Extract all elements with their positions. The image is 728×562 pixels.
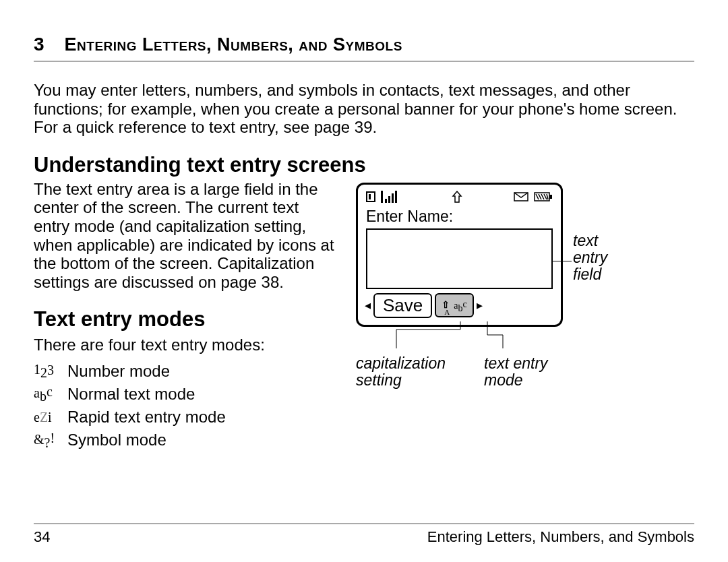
mode-label: Symbol mode	[67, 429, 166, 451]
digital-icon	[366, 191, 375, 205]
symbol-mode-icon: &?!	[34, 429, 62, 452]
svg-rect-6	[395, 191, 397, 203]
phone-frame: Enter Name: ◂ Save abc ▸	[356, 183, 563, 327]
normal-mode-icon: abc	[34, 382, 62, 406]
mode-list: 123 Number mode abc Normal text mode eZi…	[34, 360, 337, 452]
callout-text-entry-field: text entry field	[573, 232, 620, 284]
screen-title: Enter Name:	[363, 206, 555, 227]
mode-label: Normal text mode	[67, 383, 195, 406]
page-footer: 34 Entering Letters, Numbers, and Symbol…	[34, 523, 694, 546]
section-understanding-heading: Understanding text entry screens	[34, 153, 694, 177]
status-bar	[363, 190, 555, 206]
callout-text-entry-mode: text entry mode	[484, 355, 565, 389]
mode-label: Number mode	[67, 360, 170, 383]
section-modes-heading: Text entry modes	[34, 307, 337, 332]
abc-mode-icon: abc	[454, 300, 466, 313]
chapter-number: 3	[34, 34, 44, 55]
svg-rect-1	[369, 194, 371, 199]
mode-indicator: abc	[435, 293, 473, 317]
mode-item-symbol: &?! Symbol mode	[34, 429, 337, 452]
svg-rect-9	[549, 195, 552, 199]
battery-icon	[534, 192, 553, 204]
mode-label: Rapid text entry mode	[67, 406, 226, 429]
running-title: Entering Letters, Numbers, and Symbols	[427, 528, 694, 546]
mode-item-normal: abc Normal text mode	[34, 382, 337, 406]
section-understanding-body: The text entry area is a large field in …	[34, 180, 337, 292]
rapid-mode-icon: eZi	[34, 408, 62, 427]
phone-diagram: Enter Name: ◂ Save abc ▸ text entry fiel…	[351, 180, 694, 389]
number-mode-icon: 123	[34, 360, 62, 382]
save-button: Save	[373, 293, 432, 318]
text-entry-field	[366, 228, 553, 289]
intro-paragraph: You may enter letters, numbers, and symb…	[34, 81, 694, 137]
button-row: ◂ Save abc ▸	[363, 293, 555, 318]
chapter-header: 3 Entering Letters, Numbers, and Symbols	[34, 34, 694, 62]
callout-leader-field	[553, 261, 572, 263]
mode-item-rapid: eZi Rapid text entry mode	[34, 406, 337, 429]
svg-rect-4	[388, 196, 390, 203]
callout-capitalization: capitalization setting	[356, 355, 457, 389]
signal-icon	[381, 191, 400, 206]
modes-intro: There are four text entry modes:	[34, 336, 337, 354]
svg-rect-5	[392, 193, 394, 203]
page-number: 34	[34, 528, 50, 546]
right-arrow-icon: ▸	[477, 298, 483, 313]
left-arrow-icon: ◂	[365, 298, 371, 313]
svg-rect-3	[385, 199, 387, 203]
callout-leaders-bottom	[356, 327, 694, 354]
mode-item-number: 123 Number mode	[34, 360, 337, 383]
capitalization-icon	[442, 301, 452, 315]
up-arrow-icon	[452, 191, 462, 206]
message-icon	[514, 192, 528, 204]
svg-rect-2	[381, 191, 383, 203]
chapter-title: Entering Letters, Numbers, and Symbols	[65, 34, 402, 55]
